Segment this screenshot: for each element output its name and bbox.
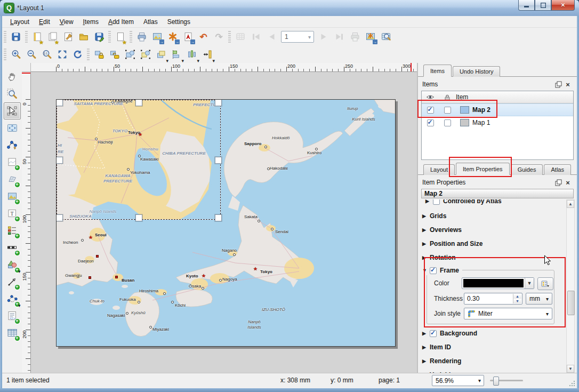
selection-handle-sw[interactable] [56, 214, 63, 221]
add-attribute-table-tool[interactable]: + [4, 324, 21, 341]
first-feature-button[interactable] [248, 29, 263, 45]
selection-handle-se[interactable] [215, 214, 222, 221]
refresh-view-button[interactable] [70, 47, 85, 62]
menu-items[interactable]: Items [78, 17, 103, 27]
minimize-button[interactable] [518, 0, 535, 11]
tab-undo-history[interactable]: Undo History [453, 66, 501, 77]
add-3d-map-tool[interactable]: + [4, 171, 21, 188]
export-atlas-button[interactable]: → [363, 29, 378, 45]
add-label-tool[interactable]: T+ [4, 205, 21, 222]
section-background[interactable]: ▶ Background [422, 329, 477, 338]
layout-manager-button[interactable] [60, 29, 76, 45]
add-arrow-tool[interactable]: + [4, 273, 21, 290]
toolbar-grip[interactable] [108, 31, 111, 43]
close-panel-icon[interactable]: × [563, 80, 573, 89]
menu-settings[interactable]: Settings [163, 17, 195, 27]
menu-add-item[interactable]: Add Item [103, 17, 139, 27]
tab-guides[interactable]: Guides [511, 164, 543, 175]
zoom-slider[interactable] [490, 380, 523, 381]
edit-nodes-tool[interactable] [4, 137, 21, 154]
map1-item[interactable]: Iturup Kuril Islands Hokkaidō Sapporo Ku… [56, 99, 396, 347]
preview-atlas-button[interactable] [232, 29, 248, 45]
toolbar-grip[interactable] [25, 31, 28, 43]
items-row-map1[interactable]: Map 1 [422, 116, 573, 129]
zoom-actual-button[interactable]: 1:1 [39, 47, 54, 62]
previous-feature-button[interactable] [263, 29, 279, 45]
tab-items[interactable]: Items [423, 65, 452, 77]
menu-layout[interactable]: Layout [5, 17, 34, 27]
group-items-button[interactable] [122, 47, 138, 62]
section-frame[interactable]: ▼ Frame [422, 266, 462, 275]
lock-items-button[interactable] [91, 47, 107, 62]
frame-checkbox[interactable] [430, 267, 437, 274]
section-overviews[interactable]: ▶ Overviews [422, 225, 462, 235]
section-rotation[interactable]: ▶ Rotation [422, 253, 456, 262]
add-picture-tool[interactable]: + [4, 188, 21, 205]
spin-arrows[interactable]: ▲▼ [513, 294, 521, 303]
redo-button[interactable]: ↷ [211, 29, 227, 45]
toolbar-grip[interactable] [228, 31, 231, 43]
export-image-button[interactable]: → [149, 29, 165, 45]
section-controlled-by-atlas[interactable]: ▶ Controlled by Atlas [425, 199, 502, 206]
add-pages-button[interactable]: ★ [112, 29, 128, 45]
join-style-combo[interactable]: Miter [464, 308, 552, 319]
resize-items-button[interactable] [199, 47, 215, 62]
last-feature-button[interactable] [332, 29, 347, 45]
zoom-full-button[interactable] [54, 47, 70, 62]
thickness-unit-combo[interactable]: mm [526, 293, 552, 305]
tab-layout[interactable]: Layout [423, 164, 455, 175]
move-content-tool[interactable] [4, 119, 21, 137]
tab-item-properties[interactable]: Item Properties [456, 163, 510, 175]
print-atlas-button[interactable] [347, 29, 363, 45]
spin-down-icon[interactable]: ▼ [513, 299, 521, 303]
tab-atlas[interactable]: Atlas [544, 164, 570, 175]
lock-checkbox[interactable] [444, 119, 451, 126]
raise-items-button[interactable] [153, 47, 168, 62]
float-panel-icon[interactable] [553, 178, 563, 187]
section-item-id[interactable]: ▶ Item ID [422, 342, 451, 352]
scroll-up-icon[interactable]: ▲ [567, 200, 574, 208]
title-bar[interactable]: Q *Layout 1 ✕ [0, 0, 579, 17]
align-items-button[interactable] [168, 47, 184, 62]
toolbar-grip[interactable] [4, 31, 6, 43]
select-move-tool[interactable] [4, 102, 21, 119]
zoom-tool[interactable] [4, 85, 21, 102]
unlock-items-button[interactable] [107, 47, 122, 62]
properties-scrollbar[interactable]: ▲ ▼ [566, 199, 575, 373]
selection-handle-ne[interactable] [215, 99, 222, 106]
section-rendering[interactable]: ▶ Rendering [422, 356, 461, 366]
selection-handle-e[interactable] [215, 157, 222, 164]
controlled-by-atlas-checkbox[interactable] [433, 199, 440, 205]
map2-item[interactable]: SAITAMA PREFECTURE Kawagoe PREFECTURE TO… [57, 100, 221, 220]
zoom-in-button[interactable] [8, 47, 23, 62]
close-panel-icon[interactable]: × [563, 178, 573, 187]
section-grids[interactable]: ▶ Grids [422, 211, 446, 221]
maximize-button[interactable] [535, 0, 551, 11]
menu-edit[interactable]: Edit [34, 17, 55, 27]
toolbar-grip[interactable] [4, 49, 6, 60]
add-node-item-tool[interactable]: + [4, 290, 21, 307]
layout-canvas[interactable]: Iturup Kuril Islands Hokkaidō Sapporo Ku… [31, 72, 418, 373]
save-template-button[interactable] [91, 29, 107, 45]
selection-handle-n[interactable] [135, 99, 142, 106]
lock-checkbox[interactable] [444, 107, 451, 114]
add-shape-tool[interactable]: + [4, 256, 21, 273]
visibility-checkbox[interactable] [427, 119, 434, 126]
toolbar-grip[interactable] [87, 49, 90, 60]
ungroup-items-button[interactable] [138, 47, 153, 62]
pan-tool[interactable] [4, 68, 21, 85]
close-button[interactable]: ✕ [551, 0, 575, 11]
menu-view[interactable]: View [55, 17, 78, 27]
add-html-tool[interactable]: </>+ [4, 307, 21, 324]
items-row-map2[interactable]: Map 2 [422, 103, 573, 116]
undo-button[interactable]: ↶ [196, 29, 211, 45]
atlas-settings-button[interactable] [378, 29, 393, 45]
visibility-checkbox[interactable] [427, 107, 434, 114]
selection-handle-s[interactable] [135, 214, 142, 221]
atlas-feature-combo[interactable]: 1 [281, 31, 314, 43]
print-layout-button[interactable] [134, 29, 149, 45]
add-scalebar-tool[interactable]: + [4, 239, 21, 256]
section-position-and-size[interactable]: ▶ Position and Size [422, 239, 482, 249]
float-panel-icon[interactable] [553, 80, 563, 89]
next-feature-button[interactable] [316, 29, 332, 45]
